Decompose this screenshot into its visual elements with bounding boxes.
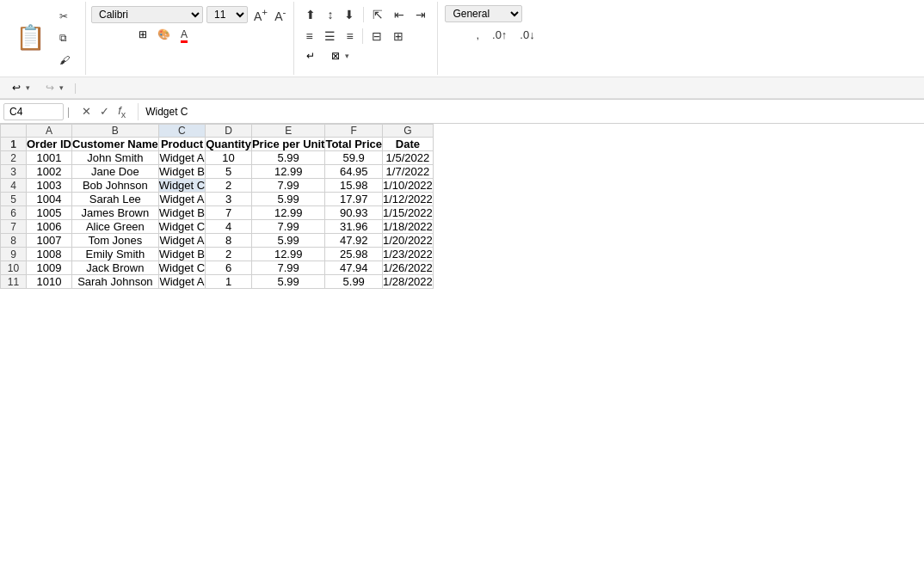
align-distributed-button[interactable]: ⊞ [389,27,408,46]
cell-7-D[interactable]: 4 [206,220,252,234]
cell-11-D[interactable]: 1 [206,275,252,289]
cell-9-E[interactable]: 12.99 [251,248,325,261]
italic-button[interactable] [103,33,112,36]
cancel-formula-button[interactable]: ✕ [78,103,95,120]
format-painter-button[interactable]: 🖌 [56,52,77,68]
cell-10-E[interactable]: 7.99 [251,261,325,275]
cell-4-A[interactable]: 1003 [27,179,72,193]
col-header-a[interactable]: A [27,125,72,138]
cell-10-B[interactable]: Jack Brown [72,261,159,275]
col-header-d[interactable]: D [206,125,252,138]
cell-5-A[interactable]: 1004 [27,193,72,206]
cell-1-B[interactable]: Customer Name [72,138,159,151]
row-header-6[interactable]: 6 [1,206,27,220]
col-header-c[interactable]: C [158,125,205,138]
copy-button[interactable]: ⧉ [56,30,77,46]
align-justify-button[interactable]: ⊟ [367,27,386,46]
cell-9-G[interactable]: 1/23/2022 [382,248,433,261]
fill-color-button[interactable]: 🎨 [154,27,174,42]
paste-button[interactable]: 📋 [9,5,52,71]
cell-3-D[interactable]: 5 [206,165,252,179]
cell-1-C[interactable]: Product [158,138,205,151]
col-header-f[interactable]: F [325,125,383,138]
cell-5-F[interactable]: 17.97 [325,193,383,206]
row-header-7[interactable]: 7 [1,220,27,234]
align-bottom-button[interactable]: ⬇ [340,5,359,24]
redo-toolbar-button[interactable]: ↪ ▾ [40,80,69,95]
cell-5-C[interactable]: Widget A [158,193,205,206]
decrease-decimal-button[interactable]: .0↓ [514,26,539,44]
indent-decrease-button[interactable]: ⇤ [390,5,409,24]
row-header-10[interactable]: 10 [1,261,27,275]
cell-3-A[interactable]: 1002 [27,165,72,179]
cell-6-G[interactable]: 1/15/2022 [382,206,433,220]
cell-8-D[interactable]: 8 [206,234,252,248]
cell-5-D[interactable]: 3 [206,193,252,206]
col-header-e[interactable]: E [251,125,325,138]
cell-3-F[interactable]: 64.95 [325,165,383,179]
cell-6-B[interactable]: James Brown [72,206,159,220]
cell-4-G[interactable]: 1/10/2022 [382,179,433,193]
cell-7-E[interactable]: 7.99 [251,220,325,234]
align-left-button[interactable]: ≡ [301,27,317,46]
cell-9-B[interactable]: Emily Smith [72,248,159,261]
cell-4-B[interactable]: Bob Johnson [72,179,159,193]
font-name-select[interactable]: Calibri Arial Times New Roman [91,6,203,23]
underline-button[interactable] [115,33,124,36]
cell-1-E[interactable]: Price per Unit [251,138,325,151]
cut-button[interactable]: ✂ [56,9,77,24]
cell-7-C[interactable]: Widget C [158,220,205,234]
cell-11-A[interactable]: 1010 [27,275,72,289]
font-size-select[interactable]: 11 89101214 [206,6,248,23]
cell-1-D[interactable]: Quantity [206,138,252,151]
cell-8-F[interactable]: 47.92 [325,234,383,248]
align-right-button[interactable]: ≡ [342,27,358,46]
cell-8-E[interactable]: 5.99 [251,234,325,248]
increase-font-size-button[interactable]: A+ [251,5,270,24]
cell-6-C[interactable]: Widget B [158,206,205,220]
cell-3-C[interactable]: Widget B [158,165,205,179]
cell-6-D[interactable]: 7 [206,206,252,220]
cell-1-G[interactable]: Date [382,138,433,151]
row-header-11[interactable]: 11 [1,275,27,289]
cell-10-F[interactable]: 47.94 [325,261,383,275]
percent-button[interactable] [458,26,468,44]
row-header-5[interactable]: 5 [1,193,27,206]
row-header-3[interactable]: 3 [1,165,27,179]
cell-8-G[interactable]: 1/20/2022 [382,234,433,248]
row-header-4[interactable]: 4 [1,179,27,193]
cell-9-A[interactable]: 1008 [27,248,72,261]
cell-5-E[interactable]: 5.99 [251,193,325,206]
font-color-button[interactable]: A [177,27,191,42]
row-header-9[interactable]: 9 [1,248,27,261]
cell-3-E[interactable]: 12.99 [251,165,325,179]
cell-4-E[interactable]: 7.99 [251,179,325,193]
bold-button[interactable] [91,33,100,36]
cell-7-A[interactable]: 1006 [27,220,72,234]
align-middle-button[interactable]: ↕ [323,5,337,24]
cell-4-F[interactable]: 15.98 [325,179,383,193]
cell-6-E[interactable]: 12.99 [251,206,325,220]
row-header-1[interactable]: 1 [1,138,27,151]
cell-6-F[interactable]: 90.93 [325,206,383,220]
insert-function-button[interactable]: fx [114,102,129,121]
increase-decimal-button[interactable]: .0↑ [487,26,512,44]
cell-10-D[interactable]: 6 [206,261,252,275]
cell-9-D[interactable]: 2 [206,248,252,261]
cell-1-A[interactable]: Order ID [27,138,72,151]
cell-1-F[interactable]: Total Price [325,138,383,151]
border-button[interactable]: ⊞ [135,27,151,42]
cell-2-C[interactable]: Widget A [158,151,205,165]
number-format-select[interactable]: General Number Currency Date Percentage [445,5,522,22]
cell-2-D[interactable]: 10 [206,151,252,165]
confirm-formula-button[interactable]: ✓ [96,103,113,120]
wrap-text-button[interactable]: ↵ [301,48,323,64]
cell-2-G[interactable]: 1/5/2022 [382,151,433,165]
cell-reference-input[interactable] [3,103,64,120]
cell-11-E[interactable]: 5.99 [251,275,325,289]
cell-10-C[interactable]: Widget C [158,261,205,275]
text-direction-button[interactable]: ⇱ [368,5,387,24]
cell-7-F[interactable]: 31.96 [325,220,383,234]
align-center-button[interactable]: ☰ [320,27,340,46]
cell-5-B[interactable]: Sarah Lee [72,193,159,206]
